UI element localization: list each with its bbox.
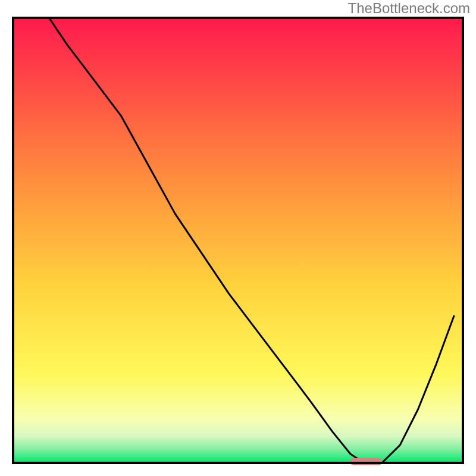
watermark-text: TheBottleneck.com <box>348 0 470 17</box>
plot-background <box>13 18 463 463</box>
chart-container: { "watermark": "TheBottleneck.com", "col… <box>0 0 476 476</box>
bottleneck-chart <box>0 17 476 476</box>
